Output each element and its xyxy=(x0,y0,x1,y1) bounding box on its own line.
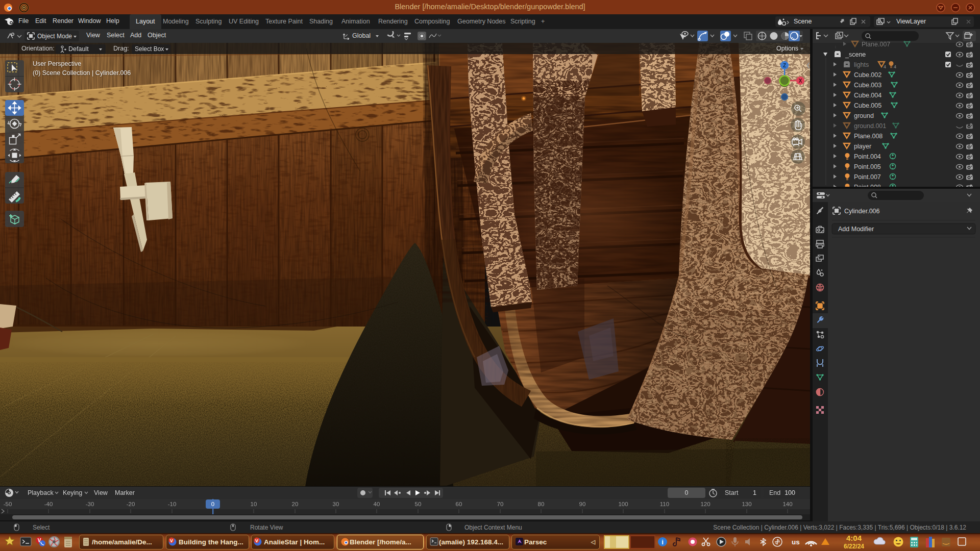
svg-text:_scene: _scene xyxy=(845,51,866,58)
svg-text:View: View xyxy=(94,489,108,496)
svg-text:Object Context Menu: Object Context Menu xyxy=(464,524,522,531)
svg-text:V: V xyxy=(255,538,258,543)
svg-text:130: 130 xyxy=(742,501,751,507)
svg-text:Scene Collection | Cylinder.00: Scene Collection | Cylinder.006 | Verts:… xyxy=(713,524,966,531)
svg-text:1: 1 xyxy=(753,489,756,496)
svg-text:-50: -50 xyxy=(4,501,12,507)
svg-text:Plane.007: Plane.007 xyxy=(862,41,890,48)
svg-text:120: 120 xyxy=(700,501,710,507)
svg-text:0: 0 xyxy=(685,489,689,496)
svg-text:40: 40 xyxy=(374,501,380,507)
svg-text:us: us xyxy=(792,538,800,546)
svg-text:Point.005: Point.005 xyxy=(854,163,881,170)
svg-text:-40: -40 xyxy=(44,501,53,507)
svg-text:Playback: Playback xyxy=(28,489,54,496)
svg-text:i: i xyxy=(662,538,664,546)
svg-text:Cube.003: Cube.003 xyxy=(854,82,881,89)
svg-text:110: 110 xyxy=(660,501,669,507)
svg-text:10: 10 xyxy=(251,501,257,507)
svg-text:20: 20 xyxy=(292,501,299,507)
svg-text:Keying: Keying xyxy=(63,489,82,496)
svg-text:60: 60 xyxy=(456,501,462,507)
svg-text:Plane.008: Plane.008 xyxy=(854,133,883,140)
svg-text:Rotate View: Rotate View xyxy=(250,524,283,531)
svg-text:100: 100 xyxy=(618,501,628,507)
svg-text:6/22/24: 6/22/24 xyxy=(844,543,864,550)
svg-text:4:04: 4:04 xyxy=(846,534,862,542)
svg-text:Point.004: Point.004 xyxy=(854,153,881,160)
svg-text:Cube.005: Cube.005 xyxy=(854,102,881,109)
svg-text:X: X xyxy=(799,78,802,84)
svg-text:30: 30 xyxy=(333,501,339,507)
svg-text:Marker: Marker xyxy=(115,489,135,496)
svg-text:Add Modifier: Add Modifier xyxy=(838,226,874,233)
svg-text:-10: -10 xyxy=(168,501,177,507)
svg-text:V: V xyxy=(170,538,173,543)
svg-text:140: 140 xyxy=(782,501,792,507)
svg-text:Cube.004: Cube.004 xyxy=(854,92,881,99)
svg-text:80: 80 xyxy=(538,501,545,507)
svg-text:Point.008: Point.008 xyxy=(854,184,881,187)
svg-text:ground.001: ground.001 xyxy=(854,122,886,130)
svg-text:Point.007: Point.007 xyxy=(854,173,881,181)
svg-text:-20: -20 xyxy=(127,501,135,507)
svg-text:Cylinder.006: Cylinder.006 xyxy=(844,208,880,215)
svg-text:player: player xyxy=(854,143,871,150)
svg-text:Select: Select xyxy=(33,524,50,531)
svg-text:50: 50 xyxy=(415,501,422,507)
svg-text:End: End xyxy=(769,489,780,496)
svg-text:-30: -30 xyxy=(86,501,94,507)
svg-text:70: 70 xyxy=(497,501,504,507)
svg-text:4: 4 xyxy=(894,64,896,69)
svg-text:Z: Z xyxy=(783,63,786,68)
svg-text:ground: ground xyxy=(854,112,874,119)
svg-text:100: 100 xyxy=(785,489,795,496)
svg-text:4: 4 xyxy=(884,64,886,69)
svg-text:Start: Start xyxy=(725,489,739,496)
svg-text:0: 0 xyxy=(211,501,214,507)
svg-text:Cube.002: Cube.002 xyxy=(854,71,881,79)
svg-text:90: 90 xyxy=(579,501,586,507)
svg-text:lights: lights xyxy=(854,61,869,68)
